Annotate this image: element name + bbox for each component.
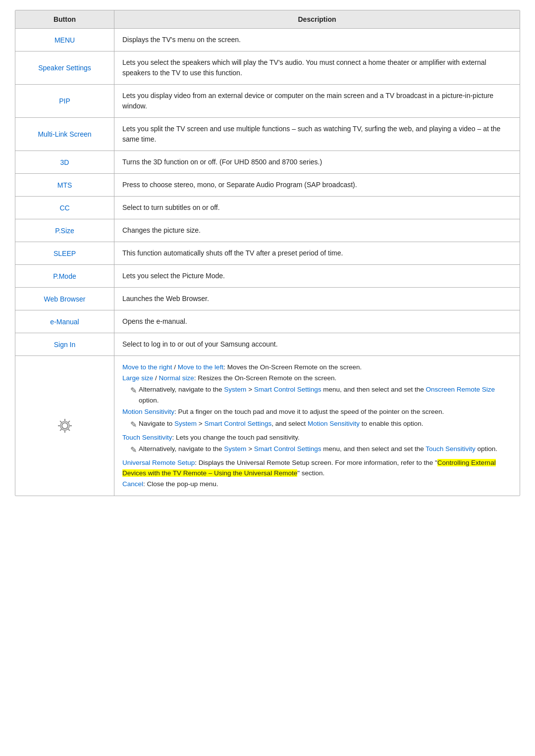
link-normal-size[interactable]: Normal size (159, 374, 194, 382)
desc-cell-web-browser: Launches the Web Browser. (114, 288, 520, 310)
button-cell-gear (15, 356, 114, 496)
table-row: MTS Press to choose stereo, mono, or Sep… (15, 174, 520, 197)
table-row: PIP Lets you display video from an exter… (15, 85, 520, 118)
link-touch-sensitivity[interactable]: Touch Sensitivity (122, 434, 172, 441)
button-cell-web-browser: Web Browser (15, 288, 114, 310)
button-cell-emanual: e-Manual (15, 310, 114, 333)
desc-line-universal: Universal Remote Setup: Displays the Uni… (122, 457, 512, 479)
button-cell-sign-in: Sign In (15, 333, 114, 355)
table-row-gear: Move to the right / Move to the left: Mo… (15, 356, 520, 496)
table-row: Multi-Link Screen Lets you split the TV … (15, 118, 520, 151)
desc-cell-menu: Displays the TV's menu on the screen. (114, 29, 520, 51)
note-line-3: ✎ Alternatively, navigate to the System … (130, 444, 512, 456)
desc-cell-multi-link: Lets you split the TV screen and use mul… (114, 118, 520, 151)
link-system-2[interactable]: System (174, 420, 197, 427)
table-header: Button Description (15, 10, 520, 29)
button-label-sign-in[interactable]: Sign In (54, 341, 76, 349)
svg-line-7 (68, 421, 70, 422)
table-row: CC Select to turn subtitles on or off. (15, 197, 520, 219)
button-cell-speaker-settings: Speaker Settings (15, 51, 114, 84)
button-label-sleep[interactable]: SLEEP (54, 250, 76, 257)
desc-cell-sign-in: Select to log in to or out of your Samsu… (114, 333, 520, 355)
table-row: P.Size Changes the picture size. (15, 219, 520, 242)
desc-motion-rest: : Put a finger on the touch pad and move… (174, 408, 444, 415)
desc-cell-gear: Move to the right / Move to the left: Mo… (114, 356, 520, 496)
button-label-emanual[interactable]: e-Manual (50, 318, 79, 326)
table-row: SLEEP This function automatically shuts … (15, 242, 520, 265)
link-motion-sensitivity-2[interactable]: Motion Sensitivity (308, 420, 360, 427)
link-large-size[interactable]: Large size (122, 374, 153, 382)
desc-cell-cc: Select to turn subtitles on or off. (114, 197, 520, 219)
link-touch-sensitivity-2[interactable]: Touch Sensitivity (426, 445, 476, 453)
button-cell-cc: CC (15, 197, 114, 219)
button-label-3d[interactable]: 3D (60, 158, 69, 166)
desc-touch-rest: : Lets you change the touch pad sensitiv… (172, 434, 300, 441)
note-icon-1: ✎ (130, 384, 137, 397)
desc-cell-3d: Turns the 3D function on or off. (For UH… (114, 151, 520, 173)
button-label-pmode[interactable]: P.Mode (53, 272, 76, 280)
note-line-1: ✎ Alternatively, navigate to the System … (130, 384, 512, 405)
table-row: e-Manual Opens the e-manual. (15, 310, 520, 333)
desc-cell-emanual: Opens the e-manual. (114, 310, 520, 333)
desc-cell-speaker-settings: Lets you select the speakers which will … (114, 51, 520, 84)
desc-cell-pip: Lets you display video from an external … (114, 85, 520, 117)
desc-line-size: Large size / Normal size: Resizes the On… (122, 373, 512, 384)
note-icon-2: ✎ (130, 418, 137, 431)
note3-arrow: > (246, 445, 254, 453)
header-description: Description (114, 10, 520, 28)
link-move-right[interactable]: Move to the right (122, 363, 172, 371)
button-label-web-browser[interactable]: Web Browser (44, 295, 86, 303)
button-label-pip[interactable]: PIP (59, 97, 70, 105)
note1-arrow: > (246, 386, 254, 393)
button-label-mts[interactable]: MTS (57, 181, 72, 189)
desc-cancel-rest: : Close the pop-up menu. (143, 480, 218, 488)
desc-line-motion: Motion Sensitivity: Put a finger on the … (122, 406, 512, 417)
note3-pre: Alternatively, navigate to the (139, 445, 224, 453)
desc-universal-post: " section. (297, 469, 324, 477)
button-cell-psize: P.Size (15, 219, 114, 242)
button-cell-3d: 3D (15, 151, 114, 173)
button-label-psize[interactable]: P.Size (55, 227, 74, 235)
svg-line-8 (60, 429, 61, 431)
link-ors[interactable]: Onscreen Remote Size (426, 386, 495, 393)
svg-line-6 (68, 429, 70, 431)
link-move-left[interactable]: Move to the left (178, 363, 223, 371)
button-cell-menu: MENU (15, 29, 114, 51)
table-row: Web Browser Launches the Web Browser. (15, 288, 520, 310)
button-label-cc[interactable]: CC (59, 204, 69, 212)
link-scs-1[interactable]: Smart Control Settings (254, 386, 321, 393)
table-row: Sign In Select to log in to or out of yo… (15, 333, 520, 356)
link-universal-remote[interactable]: Universal Remote Setup (122, 459, 195, 466)
note1-end: option. (139, 397, 159, 404)
table-row: P.Mode Lets you select the Picture Mode. (15, 265, 520, 288)
button-cell-pip: PIP (15, 85, 114, 117)
note1-pre: Alternatively, navigate to the (139, 386, 224, 393)
link-cancel[interactable]: Cancel (122, 480, 143, 488)
desc-universal-pre: : Displays the Universal Remote Setup sc… (195, 459, 437, 466)
link-scs-2[interactable]: Smart Control Settings (204, 420, 271, 427)
gear-icon (55, 416, 75, 436)
link-system-3[interactable]: System (224, 445, 246, 453)
desc-size-rest: : Resizes the On-Screen Remote on the sc… (194, 374, 336, 382)
table-row: MENU Displays the TV's menu on the scree… (15, 29, 520, 51)
note3-post: menu, and then select and set the (321, 445, 426, 453)
desc-line-move: Move to the right / Move to the left: Mo… (122, 362, 512, 373)
button-label-speaker-settings[interactable]: Speaker Settings (38, 64, 91, 72)
link-motion-sensitivity[interactable]: Motion Sensitivity (122, 408, 174, 415)
link-system-1[interactable]: System (224, 386, 246, 393)
note2-post: to enable this option. (360, 420, 423, 427)
note-icon-3: ✎ (130, 444, 137, 456)
button-label-multi-link[interactable]: Multi-Link Screen (38, 130, 91, 138)
svg-line-5 (60, 421, 61, 422)
note1-post: menu, and then select and set the (321, 386, 426, 393)
link-scs-3[interactable]: Smart Control Settings (254, 445, 321, 453)
desc-cell-psize: Changes the picture size. (114, 219, 520, 242)
main-table: Button Description MENU Displays the TV'… (15, 10, 520, 496)
button-cell-sleep: SLEEP (15, 242, 114, 264)
desc-cell-mts: Press to choose stereo, mono, or Separat… (114, 174, 520, 196)
note2-arrow: > (197, 420, 204, 427)
note3-end: option. (476, 445, 497, 453)
svg-point-0 (62, 423, 68, 429)
desc-cell-pmode: Lets you select the Picture Mode. (114, 265, 520, 287)
button-label-menu[interactable]: MENU (54, 36, 75, 44)
